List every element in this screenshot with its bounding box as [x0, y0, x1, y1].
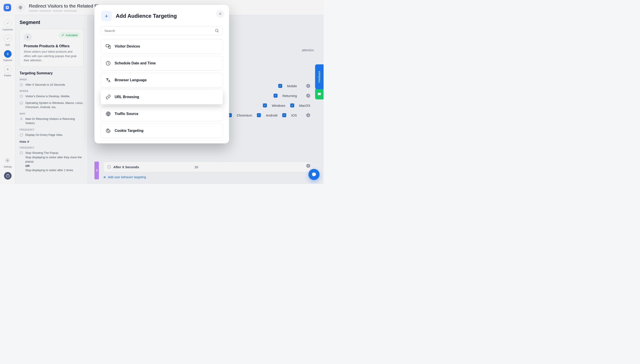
plus-icon: +: [101, 11, 112, 21]
add-targeting-modal: + Add Audience Targeting Visitor Devices…: [94, 5, 229, 144]
clock-icon: [105, 60, 111, 66]
option-more[interactable]: [101, 140, 223, 144]
translate-icon: [105, 77, 111, 83]
option-list: Visitor Devices Schedule Date and Time B…: [94, 39, 229, 144]
search-input[interactable]: [104, 29, 212, 33]
devices-icon: [105, 44, 111, 49]
option-traffic-source[interactable]: Traffic Source: [101, 106, 223, 121]
cookie-icon: [105, 128, 111, 134]
modal-title: Add Audience Targeting: [116, 13, 177, 19]
svg-point-10: [215, 29, 218, 32]
search-field[interactable]: [101, 26, 223, 35]
svg-point-16: [108, 132, 109, 132]
option-cookie-targeting[interactable]: Cookie Targeting: [101, 124, 223, 138]
option-browser-language[interactable]: Browser Language: [101, 73, 223, 88]
option-visitor-devices[interactable]: Visitor Devices: [101, 39, 223, 54]
close-button[interactable]: [216, 10, 224, 18]
chat-launcher[interactable]: [308, 169, 320, 180]
feedback-tab[interactable]: Feedback: [315, 64, 324, 89]
option-url-browsing[interactable]: URL Browsing: [101, 90, 223, 104]
link-icon: [105, 94, 111, 100]
option-schedule[interactable]: Schedule Date and Time: [101, 56, 223, 70]
search-icon: [215, 28, 219, 33]
traffic-icon: [105, 111, 111, 117]
svg-point-15: [107, 131, 108, 131]
feedback-chat-icon[interactable]: [315, 89, 324, 100]
svg-point-17: [108, 130, 108, 130]
